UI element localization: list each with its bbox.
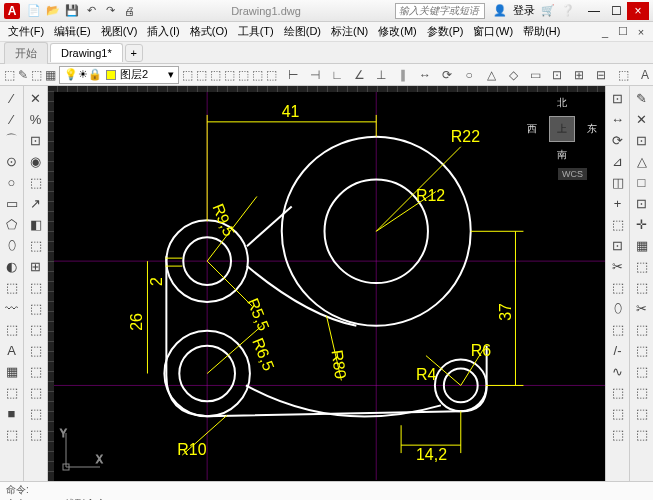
menu-help[interactable]: 帮助(H) [519,22,564,41]
draw-tool-3[interactable]: ⊙ [2,151,22,171]
modify-tool-16[interactable]: ⬚ [608,424,628,444]
inner-close-button[interactable]: × [633,24,649,40]
menu-draw[interactable]: 绘图(D) [280,22,325,41]
command-line[interactable]: 命令: 命令: ..erase 找到 1 个 ▶ 输入命令 [0,481,653,500]
constraint-btn-11[interactable]: ▭ [525,66,545,84]
draw-tool2-8[interactable]: ⊞ [26,256,46,276]
modify-tool-6[interactable]: ⬚ [608,214,628,234]
qat-undo-icon[interactable]: ↶ [83,3,99,19]
constraint-btn-3[interactable]: ∠ [349,66,369,84]
login-link[interactable]: 登录 [513,3,535,18]
modify-tool2-2[interactable]: ⊡ [632,130,652,150]
draw-tool2-15[interactable]: ⬚ [26,403,46,423]
constraint-btn-10[interactable]: ◇ [503,66,523,84]
draw-tool2-16[interactable]: ⬚ [26,424,46,444]
menu-format[interactable]: 格式(O) [186,22,232,41]
search-input[interactable] [395,3,485,19]
draw-tool2-6[interactable]: ◧ [26,214,46,234]
constraint-btn-14[interactable]: ⊟ [591,66,611,84]
view-cube-top[interactable]: 上 [549,116,575,142]
tab-drawing1[interactable]: Drawing1* [50,43,123,62]
draw-tool-7[interactable]: ⬯ [2,235,22,255]
modify-tool2-9[interactable]: ⬚ [632,277,652,297]
layer-btn[interactable]: ⬚ [238,66,249,84]
tab-start[interactable]: 开始 [4,42,48,64]
modify-tool2-7[interactable]: ▦ [632,235,652,255]
help-icon[interactable]: ❔ [561,4,575,17]
modify-tool-3[interactable]: ⊿ [608,151,628,171]
modify-tool2-12[interactable]: ⬚ [632,340,652,360]
modify-tool-1[interactable]: ↔ [608,109,628,129]
constraint-btn-7[interactable]: ⟳ [437,66,457,84]
draw-tool2-0[interactable]: ✕ [26,88,46,108]
constraint-btn-1[interactable]: ⊣ [305,66,325,84]
modify-tool2-4[interactable]: □ [632,172,652,192]
layer-btn[interactable]: ⬚ [182,66,193,84]
draw-tool2-11[interactable]: ⬚ [26,319,46,339]
layer-btn[interactable]: ⬚ [266,66,277,84]
modify-tool2-6[interactable]: ✛ [632,214,652,234]
draw-tool2-2[interactable]: ⊡ [26,130,46,150]
draw-tool-9[interactable]: ⬚ [2,277,22,297]
constraint-btn-2[interactable]: ∟ [327,66,347,84]
modify-tool2-0[interactable]: ✎ [632,88,652,108]
modify-tool-14[interactable]: ⬚ [608,382,628,402]
modify-tool2-13[interactable]: ⬚ [632,361,652,381]
menu-tools[interactable]: 工具(T) [234,22,278,41]
constraint-btn-15[interactable]: ⬚ [613,66,633,84]
draw-tool-8[interactable]: ◐ [2,256,22,276]
draw-tool2-5[interactable]: ↗ [26,193,46,213]
modify-tool-15[interactable]: ⬚ [608,403,628,423]
tab-add-button[interactable]: + [125,44,143,62]
menu-dimension[interactable]: 标注(N) [327,22,372,41]
qat-new-icon[interactable]: 📄 [26,3,42,19]
draw-tool2-14[interactable]: ⬚ [26,382,46,402]
layer-btn[interactable]: ⬚ [31,66,42,84]
draw-tool-5[interactable]: ▭ [2,193,22,213]
draw-tool-1[interactable]: ∕ [2,109,22,129]
draw-tool-4[interactable]: ○ [2,172,22,192]
draw-tool-6[interactable]: ⬠ [2,214,22,234]
draw-tool-12[interactable]: A [2,340,22,360]
modify-tool-11[interactable]: ⬚ [608,319,628,339]
modify-tool-7[interactable]: ⊡ [608,235,628,255]
constraint-btn-4[interactable]: ⊥ [371,66,391,84]
modify-tool2-10[interactable]: ✂ [632,298,652,318]
draw-tool-0[interactable]: ∕ [2,88,22,108]
menu-edit[interactable]: 编辑(E) [50,22,95,41]
modify-tool-4[interactable]: ◫ [608,172,628,192]
layer-btn[interactable]: ✎ [18,66,28,84]
constraint-btn-0[interactable]: ⊢ [283,66,303,84]
draw-tool-14[interactable]: ⬚ [2,382,22,402]
modify-tool2-1[interactable]: ✕ [632,109,652,129]
modify-tool-8[interactable]: ✂ [608,256,628,276]
constraint-btn-16[interactable]: A [635,66,653,84]
close-button[interactable]: × [627,2,649,20]
modify-tool-10[interactable]: ⬯ [608,298,628,318]
menu-file[interactable]: 文件(F) [4,22,48,41]
drawing-canvas[interactable]: 41 R22 R12 R9,5 R5,5 R6,5 R80 R10 R4 R6 … [48,86,605,481]
draw-tool2-10[interactable]: ⬚ [26,298,46,318]
modify-tool-0[interactable]: ⊡ [608,88,628,108]
constraint-btn-13[interactable]: ⊞ [569,66,589,84]
layer-btn[interactable]: ⬚ [4,66,15,84]
inner-maximize-button[interactable]: ☐ [615,24,631,40]
constraint-btn-9[interactable]: △ [481,66,501,84]
modify-tool-5[interactable]: + [608,193,628,213]
modify-tool-9[interactable]: ⬚ [608,277,628,297]
qat-save-icon[interactable]: 💾 [64,3,80,19]
modify-tool-12[interactable]: /- [608,340,628,360]
layer-btn[interactable]: ⬚ [210,66,221,84]
draw-tool-11[interactable]: ⬚ [2,319,22,339]
qat-print-icon[interactable]: 🖨 [121,3,137,19]
user-icon[interactable]: 👤 [493,4,507,17]
draw-tool-10[interactable]: 〰 [2,298,22,318]
maximize-button[interactable]: ☐ [605,2,627,20]
layer-btn[interactable]: ▦ [45,66,56,84]
modify-tool2-14[interactable]: ⬚ [632,382,652,402]
draw-tool2-3[interactable]: ◉ [26,151,46,171]
modify-tool2-11[interactable]: ⬚ [632,319,652,339]
layer-btn[interactable]: ⬚ [252,66,263,84]
modify-tool-2[interactable]: ⟳ [608,130,628,150]
modify-tool2-5[interactable]: ⊡ [632,193,652,213]
